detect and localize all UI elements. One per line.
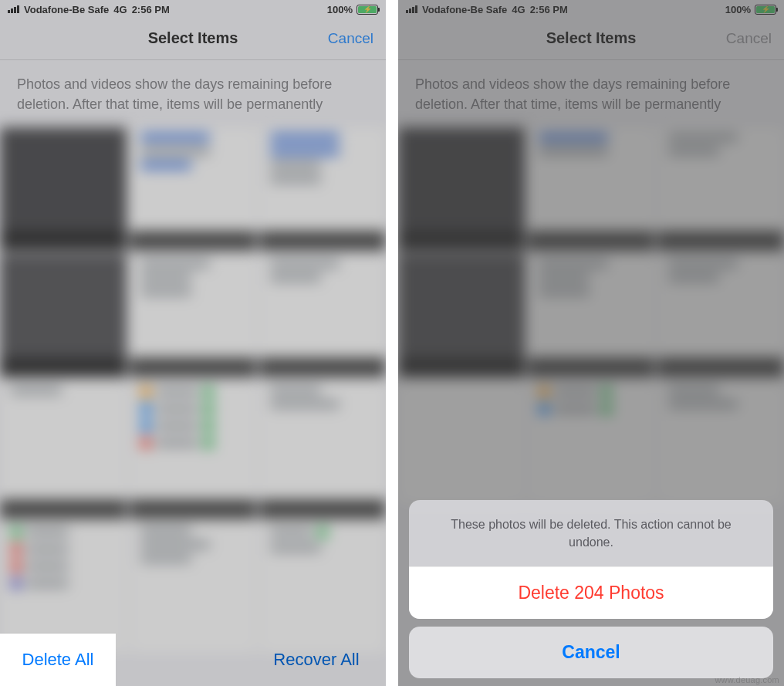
status-left: Vodafone-Be Safe 4G 2:56 PM [406,4,568,15]
battery-icon: ⚡ [357,5,378,15]
battery-icon: ⚡ [755,5,776,15]
recover-all-wrap: Recover All [247,634,386,686]
battery-pct-label: 100% [725,4,751,15]
status-bar: Vodafone-Be Safe 4G 2:56 PM 100% ⚡ [398,0,784,17]
signal-icon [406,5,417,13]
nav-bar: Select Items Cancel [398,17,784,60]
delete-all-sheet: Delete All [0,634,116,686]
header-description: Photos and videos show the days remainin… [398,60,784,114]
carrier-label: Vodafone-Be Safe [422,4,507,15]
time-label: 2:56 PM [132,4,170,15]
page-title: Select Items [546,29,637,47]
page-title: Select Items [148,29,238,47]
header-description: Photos and videos show the days remainin… [0,60,386,114]
action-sheet: These photos will be deleted. This actio… [409,500,773,678]
status-right: 100% ⚡ [725,4,776,15]
delete-photos-button[interactable]: Delete 204 Photos [409,566,773,619]
screen-left: Vodafone-Be Safe 4G 2:56 PM 100% ⚡ Selec… [0,0,386,686]
status-bar: Vodafone-Be Safe 4G 2:56 PM 100% ⚡ [0,0,386,17]
time-label: 2:56 PM [530,4,568,15]
cancel-button[interactable]: Cancel [328,30,373,47]
network-label: 4G [512,4,525,15]
action-sheet-message: These photos will be deleted. This actio… [409,500,773,566]
action-sheet-cancel-button[interactable]: Cancel [409,627,773,678]
cancel-button[interactable]: Cancel [726,30,772,47]
status-right: 100% ⚡ [327,4,378,15]
battery-pct-label: 100% [327,4,353,15]
delete-all-button[interactable]: Delete All [22,650,94,670]
screen-right: Vodafone-Be Safe 4G 2:56 PM 100% ⚡ Selec… [398,0,784,686]
recover-all-button[interactable]: Recover All [273,650,359,670]
screen-divider [386,0,398,686]
watermark: www.deuag.com [715,675,779,684]
signal-icon [8,5,19,13]
status-left: Vodafone-Be Safe 4G 2:56 PM [8,4,170,15]
carrier-label: Vodafone-Be Safe [24,4,109,15]
action-sheet-main: These photos will be deleted. This actio… [409,500,773,619]
network-label: 4G [113,4,127,15]
nav-bar: Select Items Cancel [0,17,386,60]
photo-grid-blurred [0,127,386,686]
